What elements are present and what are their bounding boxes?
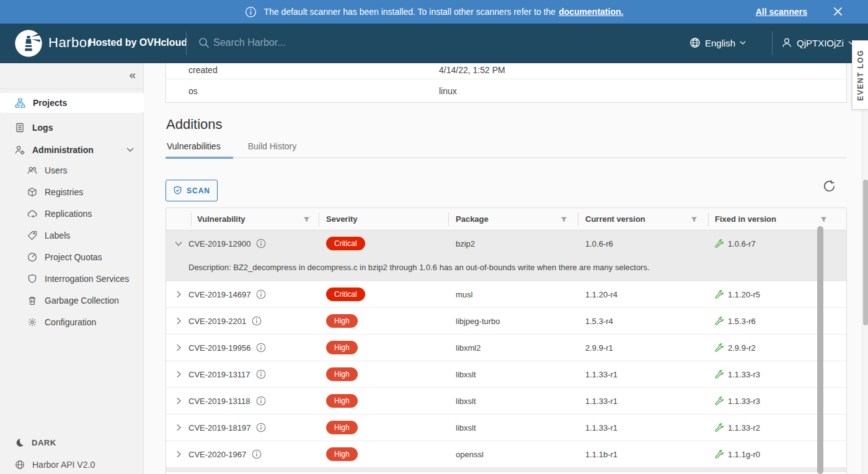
cve-id-link[interactable]: CVE-2020-1967 [188, 450, 246, 459]
column-header-current-version[interactable]: Current version [585, 208, 645, 230]
severity-badge: Critical [326, 237, 365, 250]
trash-icon [27, 296, 37, 305]
sidebar-divider [0, 89, 144, 89]
cve-id-link[interactable]: CVE-2019-13118 [188, 397, 250, 406]
filter-icon[interactable] [560, 216, 567, 223]
sidebar-nav: « Projects Logs Administration [0, 63, 144, 474]
search-input[interactable] [213, 37, 350, 48]
filter-icon[interactable] [691, 216, 698, 223]
filter-icon[interactable] [820, 216, 827, 223]
close-icon[interactable] [833, 6, 843, 17]
brand-title[interactable]: Harbor [48, 35, 92, 51]
sidebar-item-configuration[interactable]: Configuration [0, 313, 144, 331]
language-dropdown[interactable]: English [689, 37, 746, 48]
cve-info-icon[interactable] [256, 239, 266, 248]
sidebar-item-labels[interactable]: Labels [0, 226, 144, 245]
globe-icon [689, 37, 701, 48]
column-header-severity[interactable]: Severity [326, 208, 358, 230]
cve-id-link[interactable]: CVE-2019-14697 [188, 290, 250, 299]
sidebar-collapse-icon[interactable]: « [129, 68, 136, 82]
row-expand-caret-icon[interactable] [174, 239, 183, 248]
row-expand-caret-icon[interactable] [174, 450, 183, 459]
tab-vulnerabilities[interactable]: Vulnerabilities [166, 141, 233, 159]
column-header-fixed-in-version[interactable]: Fixed in version [715, 208, 776, 230]
overview-value: linux [439, 80, 457, 103]
cve-info-icon[interactable] [256, 369, 266, 379]
sidebar-item-label: Project Quotas [45, 252, 102, 262]
row-expand-caret-icon[interactable] [174, 317, 183, 325]
vuln-table-body: CVE-2019-12900Criticalbzip21.0.6-r61.0.6… [166, 230, 846, 472]
cve-info-icon[interactable] [256, 423, 266, 432]
column-header-package[interactable]: Package [456, 208, 489, 230]
cve-id-link[interactable]: CVE-2019-12900 [188, 239, 250, 248]
table-scrollbar-thumb[interactable] [817, 226, 823, 474]
cve-id-link[interactable]: CVE-2019-18197 [188, 423, 250, 432]
admin-icon [15, 145, 25, 155]
cve-info-icon[interactable] [256, 396, 266, 406]
event-log-tab[interactable]: EVENT LOG [852, 40, 868, 110]
moon-icon [15, 438, 24, 447]
partial-row [166, 468, 846, 472]
current-version: 1.0.6-r6 [585, 239, 613, 248]
harbor-lighthouse-logo [14, 29, 43, 58]
all-scanners-link[interactable]: All scanners [756, 7, 807, 17]
row-expand-caret-icon[interactable] [174, 290, 183, 299]
column-header-vulnerability[interactable]: Vulnerability [197, 208, 246, 230]
filter-icon[interactable] [303, 216, 310, 223]
scan-button[interactable]: SCAN [166, 180, 218, 201]
severity-badge: Critical [326, 287, 365, 301]
package-name: libxslt [456, 370, 476, 379]
cve-info-icon[interactable] [256, 289, 266, 299]
user-dropdown[interactable]: QjPTXIOjZi [781, 37, 854, 48]
main-content: created4/14/22, 1:52 PM oslinux Addition… [144, 63, 868, 474]
tab-build-history[interactable]: Build History [247, 141, 309, 159]
harbor-api-link[interactable]: Harbor API V2.0 [0, 456, 144, 473]
package-name: libjpeg-turbo [456, 317, 500, 326]
row-expand-caret-icon[interactable] [174, 397, 183, 405]
overview-row: created4/14/22, 1:52 PM [166, 63, 846, 79]
sidebar-item-users[interactable]: Users [0, 161, 144, 180]
cve-id-link[interactable]: CVE-2019-2201 [188, 317, 246, 326]
cve-id-link[interactable]: CVE-2019-13117 [188, 370, 250, 379]
fix-wrench-icon [715, 317, 724, 326]
fixed-version: 1.1.33-r3 [728, 370, 760, 379]
vulnerability-row: CVE-2019-13118Highlibxslt1.1.33-r11.1.33… [166, 388, 846, 415]
row-expand-caret-icon[interactable] [174, 370, 183, 379]
cve-id-link[interactable]: CVE-2019-19956 [188, 343, 250, 353]
cve-info-icon[interactable] [252, 316, 262, 326]
info-circle-icon [245, 6, 257, 18]
sidebar-item-label: Interrogation Services [45, 274, 129, 284]
vulnerability-table: Vulnerability Severity Package Current v… [166, 208, 847, 474]
sidebar-item-registries[interactable]: Registries [0, 183, 144, 201]
sidebar-item-replications[interactable]: Replications [0, 204, 144, 223]
scanner-info-banner: The default scanner has been installed. … [0, 0, 868, 24]
dark-mode-toggle[interactable]: DARK [0, 434, 144, 451]
cve-info-icon[interactable] [252, 449, 262, 459]
sidebar-item-administration[interactable]: Administration [0, 140, 144, 160]
severity-badge: High [326, 447, 358, 461]
page-scrollbar[interactable] [862, 63, 868, 474]
column-separator [448, 213, 449, 226]
severity-badge: High [326, 421, 358, 434]
sidebar-item-interrogation-services[interactable]: Interrogation Services [0, 270, 144, 288]
current-version: 1.5.3-r4 [585, 317, 613, 326]
sidebar-item-logs[interactable]: Logs [0, 118, 144, 138]
brand-tagline: Hosted by OVHcloud [89, 37, 187, 48]
cve-info-icon[interactable] [256, 343, 266, 353]
row-expand-caret-icon[interactable] [174, 343, 183, 352]
refresh-icon[interactable] [823, 180, 836, 193]
projects-icon [15, 98, 25, 108]
sidebar-item-garbage-collection[interactable]: Garbage Collection [0, 291, 144, 310]
page-scrollbar-thumb[interactable] [863, 180, 868, 325]
documentation-link[interactable]: documentation. [559, 7, 623, 17]
vulnerability-row: CVE-2019-13117Highlibxslt1.1.33-r11.1.33… [166, 361, 846, 388]
package-name: libxslt [456, 397, 476, 406]
sidebar-item-projects[interactable]: Projects [0, 93, 144, 113]
sidebar-item-project-quotas[interactable]: Project Quotas [0, 248, 144, 266]
additions-title: Additions [166, 116, 223, 133]
scan-button-label: SCAN [187, 187, 210, 195]
sidebar-item-label: Registries [45, 187, 83, 197]
sidebar-item-label: Administration [32, 145, 94, 155]
row-expand-caret-icon[interactable] [174, 423, 183, 432]
sidebar-item-label: Replications [45, 209, 92, 219]
